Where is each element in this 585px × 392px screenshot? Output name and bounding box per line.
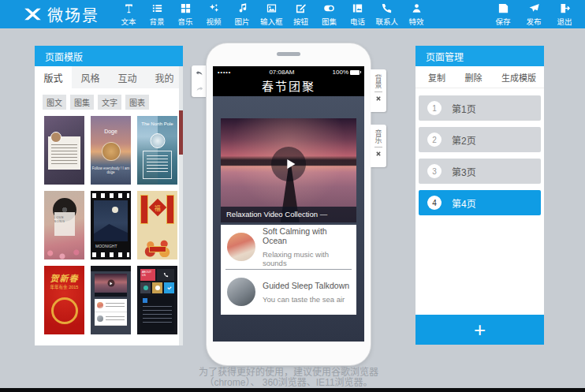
logo-x-icon bbox=[22, 6, 43, 22]
template-thumb-avatar-quote[interactable] bbox=[44, 116, 84, 185]
page-list: 1 第1页 2 第2页 3 第3页 4 第4页 bbox=[415, 88, 544, 215]
template-filters: 图文 图集 文字 图表 bbox=[35, 88, 183, 110]
page-title[interactable]: 春节团聚 bbox=[213, 78, 364, 96]
undo-icon bbox=[195, 69, 204, 78]
template-scrollbar-track[interactable] bbox=[179, 66, 183, 345]
sparkles-icon bbox=[208, 2, 220, 14]
template-thumb-about-us[interactable]: ABOUT US bbox=[137, 266, 177, 334]
doge-avatar bbox=[102, 142, 121, 161]
tab-layout[interactable]: 版式 bbox=[35, 66, 72, 88]
edit-icon bbox=[295, 2, 307, 14]
gallery-icon bbox=[352, 2, 363, 14]
template-panel-title: 页面模版 bbox=[35, 46, 183, 66]
image-icon bbox=[266, 2, 278, 14]
redo-icon bbox=[195, 84, 204, 94]
toggle-icon bbox=[323, 2, 335, 14]
template-thumb-love-song[interactable]: LOVE SONG bbox=[44, 191, 84, 259]
play-button[interactable] bbox=[271, 147, 306, 181]
phone-status-bar: ••••• 07:08AM 100% bbox=[213, 66, 364, 78]
toolbar-item-text[interactable]: 文本 bbox=[118, 2, 139, 27]
battery-indicator: 100% bbox=[333, 69, 360, 76]
filter-chip-image-text[interactable]: 图文 bbox=[43, 95, 66, 110]
page-panel-actions: 复制 删除 生成模版 bbox=[415, 66, 544, 88]
page-management-panel: 页面管理 复制 删除 生成模版 1 第1页 2 第2页 3 第3页 4 第4页 bbox=[415, 46, 544, 345]
toolbar-actions: 保存 发布 退出 bbox=[493, 2, 575, 27]
side-tab-background[interactable]: 背景 bbox=[371, 69, 386, 112]
floppy-icon bbox=[497, 2, 509, 14]
page-item-4[interactable]: 4 第4页 bbox=[419, 190, 541, 215]
playlist-item[interactable]: Guided Sleep Talkdown You can taste the … bbox=[221, 270, 356, 314]
logout-icon bbox=[559, 2, 571, 14]
phone-preview: ••••• 07:08AM 100% 春节团聚 Relaxation Video… bbox=[207, 43, 371, 365]
filter-chip-gallery[interactable]: 图集 bbox=[70, 95, 94, 110]
toolbar-item-input[interactable]: 输入框 bbox=[260, 2, 283, 27]
filter-chip-chart[interactable]: 图表 bbox=[125, 95, 149, 110]
save-button[interactable]: 保存 bbox=[493, 2, 513, 27]
person-icon bbox=[411, 2, 423, 14]
toolbar-item-button[interactable]: 按钮 bbox=[291, 2, 311, 27]
playlist-item-thumbnail bbox=[227, 233, 255, 261]
close-icon[interactable] bbox=[374, 150, 382, 158]
paper-plane-icon bbox=[528, 2, 540, 14]
toolbar-item-video[interactable]: 视频 bbox=[203, 2, 224, 27]
history-box bbox=[192, 65, 207, 97]
generate-template-button[interactable]: 生成模版 bbox=[501, 71, 536, 84]
template-thumb-spring-couplets[interactable]: 福 bbox=[137, 191, 177, 259]
phone-screen: ••••• 07:08AM 100% 春节团聚 Relaxation Video… bbox=[213, 66, 364, 342]
toolbar-item-gallery[interactable]: 图集 bbox=[319, 2, 340, 27]
redo-button[interactable] bbox=[192, 81, 207, 97]
video-component[interactable]: Relaxation Video Collection — bbox=[221, 118, 356, 222]
grid-icon bbox=[180, 2, 192, 14]
delete-button[interactable]: 删除 bbox=[465, 71, 483, 84]
side-tab-music[interactable]: 音乐 bbox=[371, 125, 386, 167]
avatar bbox=[50, 132, 61, 143]
moon-art bbox=[112, 207, 118, 213]
logo-text: 微场景 bbox=[47, 3, 99, 26]
page-item-1[interactable]: 1 第1页 bbox=[419, 95, 541, 121]
template-scrollbar-thumb[interactable] bbox=[179, 110, 183, 155]
page-panel-title: 页面管理 bbox=[415, 46, 544, 66]
template-thumb-video-collection[interactable] bbox=[91, 266, 131, 334]
filter-chip-text[interactable]: 文字 bbox=[98, 95, 121, 110]
exit-button[interactable]: 退出 bbox=[554, 2, 575, 27]
signal-dots: ••••• bbox=[218, 69, 231, 75]
toolbar-item-music[interactable]: 音乐 bbox=[175, 2, 196, 27]
template-panel: 页面模版 版式 风格 互动 我的 图文 图集 文字 图表 Doge Follow… bbox=[35, 46, 183, 345]
playlist-item-thumbnail bbox=[227, 278, 255, 306]
close-icon[interactable] bbox=[374, 95, 382, 103]
battery-icon bbox=[350, 70, 360, 75]
browser-recommendation-note: 为了获得更好的使用，建议使用谷歌浏览器 （chrome）、 360浏览器、IE1… bbox=[170, 368, 407, 388]
template-thumb-hexinchun[interactable]: 贺新春 年年有余 2015 bbox=[44, 266, 84, 334]
template-tabs: 版式 风格 互动 我的 bbox=[35, 66, 183, 88]
status-time: 07:08AM bbox=[231, 69, 332, 76]
toolbar: 微场景 文本 背景 音乐 视频 图片 bbox=[0, 0, 585, 28]
bottom-bar bbox=[0, 388, 585, 392]
playlist-item[interactable]: Soft Calming with Ocean Relaxing music w… bbox=[221, 225, 356, 269]
toolbar-item-background[interactable]: 背景 bbox=[147, 2, 167, 27]
toolbar-item-effects[interactable]: 特效 bbox=[406, 2, 427, 27]
mini-play-icon bbox=[107, 280, 114, 287]
undo-button[interactable] bbox=[192, 65, 207, 81]
tab-style[interactable]: 风格 bbox=[72, 66, 109, 88]
app-root: 微场景 文本 背景 音乐 视频 图片 bbox=[0, 0, 585, 392]
publish-button[interactable]: 发布 bbox=[524, 2, 544, 27]
phone-icon bbox=[163, 272, 169, 278]
toolbar-item-contacts[interactable]: 联系人 bbox=[376, 2, 399, 27]
page-item-3[interactable]: 3 第3页 bbox=[419, 159, 541, 184]
phone-icon bbox=[381, 2, 393, 14]
play-icon bbox=[281, 155, 299, 173]
tab-mine[interactable]: 我的 bbox=[146, 66, 183, 88]
template-thumb-doge[interactable]: Doge Follow everybody ! I am doge bbox=[91, 116, 131, 185]
add-page-button[interactable]: + bbox=[415, 315, 544, 345]
t-icon bbox=[123, 2, 135, 14]
toolbar-item-phone[interactable]: 电话 bbox=[348, 2, 368, 27]
page-item-2[interactable]: 2 第2页 bbox=[419, 127, 541, 152]
template-thumb-north-pole[interactable]: The North Pole bbox=[137, 116, 177, 185]
template-thumb-moonight[interactable]: MOONIGHT bbox=[91, 191, 131, 259]
check-icon bbox=[166, 285, 173, 291]
tab-interactive[interactable]: 互动 bbox=[109, 66, 146, 88]
copy-button[interactable]: 复制 bbox=[428, 71, 445, 84]
app-logo: 微场景 bbox=[22, 3, 99, 26]
music-note-icon bbox=[237, 2, 248, 14]
toolbar-item-image[interactable]: 图片 bbox=[232, 2, 252, 27]
